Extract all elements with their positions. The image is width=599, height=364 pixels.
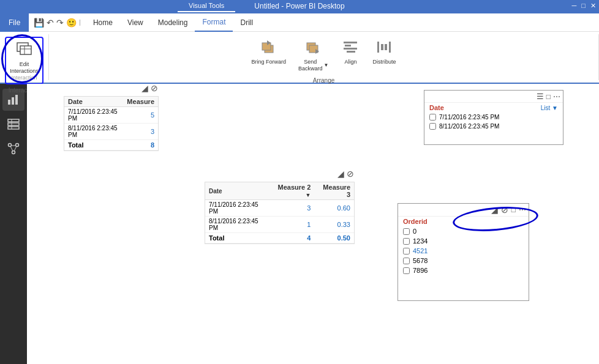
send-backward-label: SendBackward ▼ <box>298 59 328 72</box>
slicer1-expand-icon[interactable]: □ <box>546 92 551 101</box>
slicer2-item-1[interactable]: 1234 <box>398 236 529 246</box>
slicer2-item-3[interactable]: 5678 <box>398 256 529 266</box>
home-menu[interactable]: Home <box>86 13 120 32</box>
file-menu[interactable]: File <box>0 13 29 32</box>
edit-interactions-button[interactable]: EditInteractionsInteraction <box>5 37 43 84</box>
send-backward-button[interactable]: SendBackward ▼ <box>295 37 332 75</box>
no-filter-icon-2[interactable]: ⊘ <box>347 169 354 179</box>
slicer1-view-mode[interactable]: List ▼ <box>541 105 558 111</box>
svg-rect-10 <box>344 42 357 43</box>
slicer2-checkbox-1[interactable] <box>403 238 410 245</box>
slicer-orderid[interactable]: ◢ ⊘ □ ⋯ Orderid 0 1234 4521 5678 <box>397 203 529 301</box>
filter-icon-2[interactable]: ◢ <box>337 169 344 179</box>
edit-interactions-label: EditInteractionsInteraction <box>10 61 39 81</box>
sidebar-model-icon[interactable] <box>2 138 24 160</box>
svg-rect-21 <box>8 119 19 122</box>
view-menu[interactable]: View <box>120 13 151 32</box>
table-row: 7/11/2016 2:23:45 PM 5 <box>64 107 158 124</box>
slicer2-checkbox-2[interactable] <box>403 248 410 254</box>
slicer2-filter-icon[interactable]: ◢ <box>491 205 498 215</box>
table1-interaction-icons: ◢ ⊘ <box>141 84 158 93</box>
menu-bar: File 💾 ↶ ↷ 🙂 | Home View Modeling Format… <box>0 13 599 32</box>
modeling-menu[interactable]: Modeling <box>151 13 195 32</box>
svg-rect-14 <box>377 42 379 53</box>
format-label: Format <box>202 18 225 26</box>
drill-label: Drill <box>240 18 253 27</box>
svg-rect-20 <box>15 95 18 105</box>
table-row: 8/11/2016 2:23:45 PM 1 0.33 <box>205 217 354 233</box>
distribute-icon <box>376 39 392 58</box>
table2-col-m2: Measure 2 ▼ <box>268 182 314 200</box>
slicer1-item-0[interactable]: 7/11/2016 2:23:45 PM <box>424 113 563 122</box>
quick-access-toolbar: 💾 ↶ ↷ 🙂 | <box>29 18 86 28</box>
slicer2-title: Orderid <box>398 217 529 226</box>
slicer2-item-4[interactable]: 7896 <box>398 266 529 275</box>
undo-icon[interactable]: ↶ <box>47 18 54 28</box>
slicer1-more-icon[interactable]: ⋯ <box>553 92 560 101</box>
save-icon[interactable]: 💾 <box>34 18 44 28</box>
svg-rect-12 <box>344 48 357 50</box>
interactions-group: EditInteractionsInteraction Interactions <box>0 34 49 80</box>
svg-point-27 <box>12 151 15 154</box>
slicer2-checkbox-3[interactable] <box>403 258 410 264</box>
slicer2-item-0[interactable]: 0 <box>398 226 529 236</box>
slicer1-checkbox-1[interactable] <box>429 123 436 130</box>
redo-icon[interactable]: ↷ <box>56 18 64 28</box>
table-row-total: Total 4 0.50 <box>205 233 354 243</box>
visual-tools-tab[interactable]: Visual Tools <box>178 0 235 12</box>
no-filter-icon-1[interactable]: ⊘ <box>151 84 158 93</box>
separator: | <box>79 19 81 26</box>
slicer1-checkbox-0[interactable] <box>429 114 436 121</box>
window-title: Untitled - Power BI Desktop <box>254 2 344 10</box>
table1-col-measure: Measure <box>123 97 158 107</box>
table2-col-date: Date <box>205 182 268 200</box>
svg-rect-23 <box>8 127 19 129</box>
slicer2-checkbox-4[interactable] <box>403 267 410 274</box>
bring-forward-icon <box>261 39 277 58</box>
slicer-date[interactable]: ☰ □ ⋯ Date List ▼ 7/11/2016 2:23:45 PM 8… <box>424 90 563 145</box>
table1-col-date: Date <box>64 97 123 107</box>
svg-rect-18 <box>8 100 10 105</box>
file-label: File <box>9 18 20 27</box>
slicer2-more-icon[interactable]: ⋯ <box>519 206 526 214</box>
align-label: Align <box>344 59 356 65</box>
table-row: 7/11/2016 2:23:45 PM 3 0.60 <box>205 200 354 217</box>
visual-tools-label: Visual Tools <box>189 2 224 9</box>
slicer2-item-2[interactable]: 4521 <box>398 246 529 256</box>
sidebar-data-icon[interactable] <box>2 113 24 135</box>
svg-rect-1 <box>20 46 31 54</box>
svg-rect-19 <box>12 97 14 105</box>
table-row: 8/11/2016 2:23:45 PM 3 <box>64 124 158 140</box>
table2-interaction-icons: ◢ ⊘ <box>337 169 354 179</box>
window-controls: ─ □ ✕ <box>572 2 596 10</box>
send-backward-icon <box>306 39 322 58</box>
svg-rect-15 <box>389 42 391 53</box>
slicer2-no-icon[interactable]: ⊘ <box>501 205 508 215</box>
distribute-label: Distribute <box>372 59 396 65</box>
slicer1-item-1[interactable]: 8/11/2016 2:23:45 PM <box>424 122 563 131</box>
format-menu[interactable]: Format <box>195 13 233 32</box>
ribbon: EditInteractionsInteraction Interactions… <box>0 32 599 84</box>
svg-rect-11 <box>345 45 351 46</box>
svg-point-25 <box>9 144 12 147</box>
slicer1-hamburger-icon[interactable]: ☰ <box>537 92 544 101</box>
slicer2-toolbar: ◢ ⊘ □ ⋯ <box>398 204 529 217</box>
drill-menu[interactable]: Drill <box>233 13 260 32</box>
distribute-button[interactable]: Distribute <box>369 37 399 67</box>
edit-interactions-icon <box>16 40 33 60</box>
slicer2-checkbox-0[interactable] <box>403 228 410 235</box>
arrange-group: Bring Forward SendBackward ▼ <box>49 34 599 80</box>
svg-rect-17 <box>385 44 387 50</box>
table-visual-2[interactable]: ◢ ⊘ Date Measure 2 ▼ Measure 3 <box>205 182 355 244</box>
bring-forward-button[interactable]: Bring Forward <box>248 37 290 68</box>
svg-rect-22 <box>8 123 19 125</box>
align-icon <box>342 39 358 58</box>
table2-col-m3: Measure 3 <box>314 182 354 200</box>
align-button[interactable]: Align <box>337 37 364 67</box>
left-sidebar <box>0 84 27 364</box>
filter-icon-1[interactable]: ◢ <box>141 84 148 93</box>
modeling-label: Modeling <box>158 18 188 27</box>
view-label: View <box>127 18 143 27</box>
table-visual-1[interactable]: ◢ ⊘ Date Measure 7/11/2016 2:23:45 PM 5 <box>64 96 159 151</box>
slicer2-expand-icon[interactable]: □ <box>511 206 516 214</box>
